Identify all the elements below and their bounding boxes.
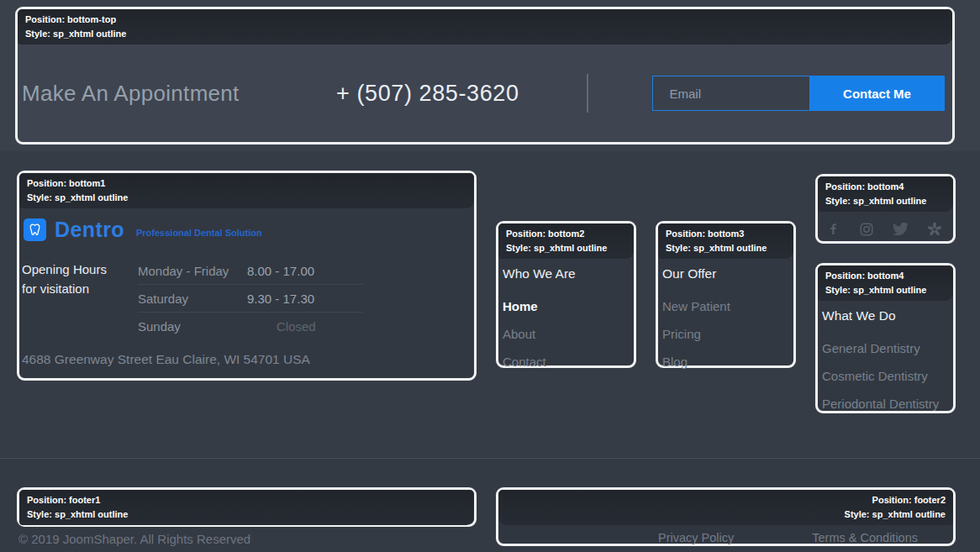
module-box-bottom1: Position: bottom1 Style: sp_xhtml outlin… (17, 171, 477, 381)
yelp-icon[interactable] (927, 222, 942, 237)
module-label: Position: bottom4 Style: sp_xhtml outlin… (818, 265, 953, 301)
hours-table: Monday - Friday 8.00 - 17.00 Saturday 9.… (138, 257, 363, 340)
privacy-policy-link[interactable]: Privacy Policy (658, 531, 734, 544)
position-label: Position: footer2 (506, 493, 946, 507)
appointment-title: Make An Appointment (22, 81, 336, 107)
opening-hours: Opening Hours for visitation Monday - Fr… (22, 257, 474, 340)
menu-item-periodontal-dentistry[interactable]: Periodontal Dentistry (822, 390, 953, 418)
position-label: Position: bottom3 (666, 227, 786, 241)
position-label: Position: bottom1 (27, 176, 466, 191)
twitter-icon[interactable] (893, 221, 909, 237)
menu-item-cosmetic-dentistry[interactable]: Cosmetic Dentistry (822, 362, 953, 390)
social-icons-row (818, 212, 953, 237)
position-label: Position: bottom4 (825, 180, 946, 194)
time-value: 8.00 - 17.00 (247, 264, 314, 278)
style-label: Style: sp_xhtml outline (666, 241, 786, 255)
day-label: Sunday (138, 319, 247, 334)
module-box-bottom4-services: Position: bottom4 Style: sp_xhtml outlin… (815, 263, 956, 413)
module-label: Position: bottom4 Style: sp_xhtml outlin… (818, 176, 953, 212)
menu-item-blog[interactable]: Blog (662, 348, 793, 376)
position-label: Position: footer1 (27, 493, 466, 507)
module-box-bottom-top: Position: bottom-top Style: sp_xhtml out… (15, 7, 955, 145)
module-label: Position: bottom3 Style: sp_xhtml outlin… (658, 223, 793, 259)
menu-list: Home About Contact (503, 292, 634, 376)
opening-hours-title: Opening Hours for visitation (22, 257, 138, 340)
terms-conditions-link[interactable]: Terms & Conditions (812, 531, 918, 544)
module-box-footer2: Position: footer2 Style: sp_xhtml outlin… (496, 487, 956, 546)
module-box-bottom3: Position: bottom3 Style: sp_xhtml outlin… (656, 221, 796, 368)
logo-name: Dentro (55, 218, 124, 242)
appointment-bar: Make An Appointment + (507) 285-3620 Con… (18, 45, 952, 142)
style-label: Style: sp_xhtml outline (25, 27, 945, 41)
menu-list: General Dentistry Cosmetic Dentistry Per… (822, 334, 953, 418)
facebook-icon[interactable] (826, 222, 840, 236)
module-label: Position: footer2 Style: sp_xhtml outlin… (498, 490, 953, 525)
position-label: Position: bottom4 (825, 269, 946, 283)
style-label: Style: sp_xhtml outline (825, 194, 946, 208)
style-label: Style: sp_xhtml outline (27, 507, 466, 522)
column-heading-our-offer: Our Offer (662, 266, 793, 281)
hours-row: Saturday 9.30 - 17.30 (138, 285, 363, 313)
menu-item-home[interactable]: Home (503, 292, 634, 320)
page: Position: bottom-top Style: sp_xhtml out… (0, 0, 980, 552)
column-heading-who-we-are: Who We Are (503, 266, 634, 281)
style-label: Style: sp_xhtml outline (506, 241, 626, 255)
module-label: Position: bottom2 Style: sp_xhtml outlin… (498, 223, 634, 259)
time-value: Closed (277, 319, 316, 334)
tooth-icon (24, 218, 46, 241)
position-label: Position: bottom2 (506, 227, 626, 241)
style-label: Style: sp_xhtml outline (825, 283, 946, 297)
module-box-bottom4-social: Position: bottom4 Style: sp_xhtml outlin… (815, 174, 956, 244)
hours-row: Monday - Friday 8.00 - 17.00 (138, 257, 363, 285)
contact-me-button[interactable]: Contact Me (810, 76, 945, 111)
day-label: Saturday (138, 292, 247, 306)
vertical-divider (587, 74, 588, 113)
day-label: Monday - Friday (138, 264, 247, 278)
menu-item-new-patient[interactable]: New Patient (662, 292, 793, 320)
menu-item-about[interactable]: About (503, 320, 634, 348)
copyright-text: © 2019 JoomShaper. All Rights Reserved (18, 532, 250, 546)
email-input[interactable] (652, 76, 810, 111)
hours-row: Sunday Closed (138, 313, 363, 340)
phone-number: + (507) 285-3620 (336, 81, 519, 107)
menu-item-contact[interactable]: Contact (503, 348, 634, 376)
contact-form: Contact Me (652, 76, 945, 111)
logo-tagline: Professional Dental Solution (136, 228, 262, 238)
style-label: Style: sp_xhtml outline (506, 507, 946, 522)
dentro-logo[interactable]: Dentro Professional Dental Solution (24, 218, 474, 242)
instagram-icon[interactable] (859, 222, 874, 237)
address-text: 4688 Greenway Street Eau Claire, WI 5470… (22, 352, 474, 367)
menu-item-pricing[interactable]: Pricing (662, 320, 793, 348)
module-label: Position: footer1 Style: sp_xhtml outlin… (19, 490, 474, 525)
style-label: Style: sp_xhtml outline (27, 191, 466, 205)
module-box-bottom2: Position: bottom2 Style: sp_xhtml outlin… (496, 221, 636, 368)
position-label: Position: bottom-top (25, 13, 945, 27)
time-value: 9.30 - 17.30 (247, 292, 314, 306)
menu-list: New Patient Pricing Blog (662, 292, 793, 376)
footer-links: Privacy Policy Terms & Conditions (498, 525, 953, 544)
module-label: Position: bottom1 Style: sp_xhtml outlin… (19, 173, 474, 208)
menu-item-general-dentistry[interactable]: General Dentistry (822, 334, 953, 362)
module-box-footer1: Position: footer1 Style: sp_xhtml outlin… (17, 487, 477, 527)
column-heading-what-we-do: What We Do (822, 308, 953, 323)
module-label: Position: bottom-top Style: sp_xhtml out… (18, 9, 952, 45)
